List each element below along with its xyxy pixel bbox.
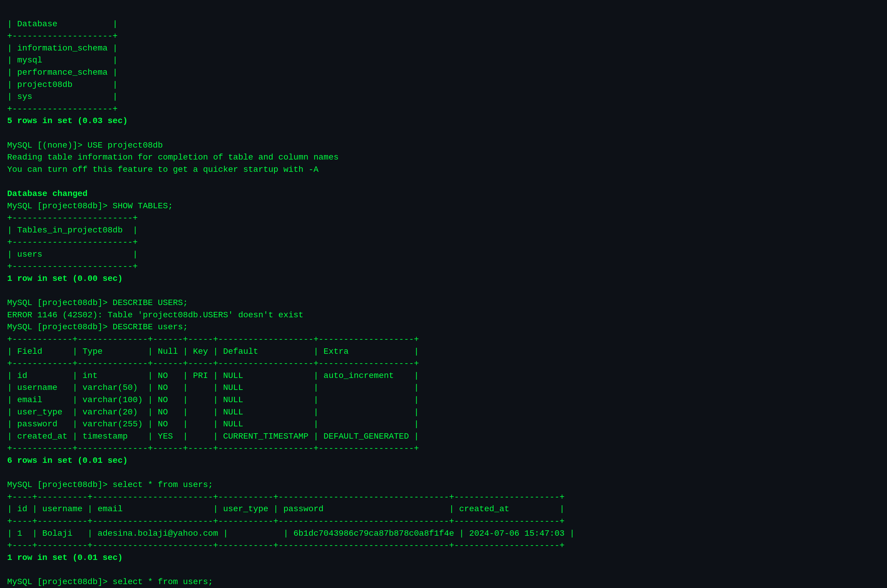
terminal-output: | Database | +--------------------+ | in… — [7, 6, 880, 588]
line-database-header: | Database | +--------------------+ | in… — [7, 20, 575, 588]
